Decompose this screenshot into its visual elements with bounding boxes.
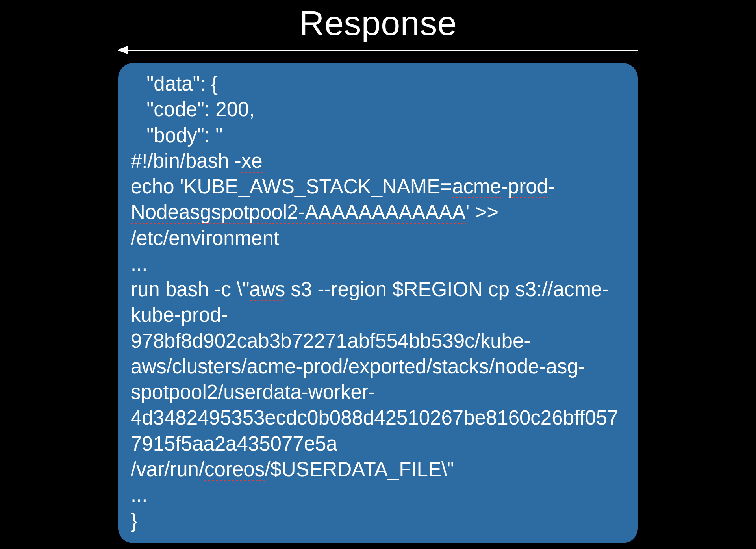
code-line-run: run bash -c \"aws s3 --region $REGION cp… [131,276,625,482]
spellcheck-underline: Nodeasgspotpool2-AAAAAAAAAAAA [131,201,466,224]
arrow-line [118,50,638,51]
code-line-ellipsis: ... [131,251,625,276]
code-line-close: } [131,508,625,534]
code-line-echo: echo 'KUBE_AWS_STACK_NAME=acme-prod-Node… [131,174,625,251]
code-line-ellipsis2: ... [131,482,625,508]
code-line-body: "body": " [131,122,625,148]
spellcheck-underline: acme [452,175,501,198]
slide: Response "data": { "code": 200, "body": … [0,3,756,549]
code-line-data: "data": { [131,71,625,96]
code-line-shebang: #!/bin/bash -xe [131,148,625,174]
code-line-code: "code": 200, [131,96,625,122]
spellcheck-underline: coreos [204,458,265,481]
code-block: "data": { "code": 200, "body": " #!/bin/… [118,63,638,543]
spellcheck-underline: aws [250,278,285,301]
response-arrow [118,46,638,54]
slide-title: Response [0,3,756,43]
spellcheck-underline: xe [241,150,263,173]
spellcheck-underline: prod [508,175,548,198]
